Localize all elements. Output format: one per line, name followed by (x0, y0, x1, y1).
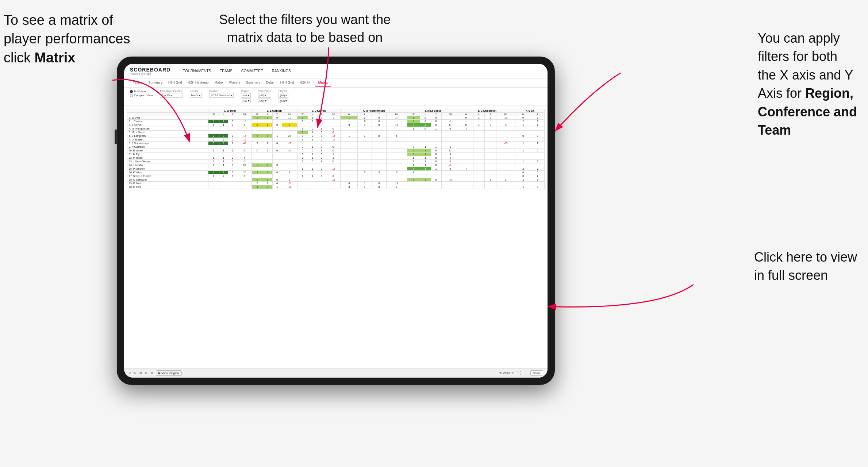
share-label: Share (533, 371, 541, 375)
table-row: 6. C Lamprecht 200-16 24124 300-16 1106 … (127, 134, 545, 138)
table-row: 19. D Ford 020-20 01013 (127, 182, 545, 185)
table-row: 7. G Sargent 220-15 110-15 (127, 138, 545, 142)
sub-w1: W (208, 113, 219, 116)
table-row: 12. M Riedel 110-6 1101 110-6 (127, 156, 545, 160)
compact-view-label: Compact View (134, 94, 153, 97)
tab-summary2[interactable]: Summary (243, 78, 263, 87)
settings-icon[interactable]: ⚙ (150, 371, 153, 375)
sub-tabs: Teams Summary H2H Grid H2H Heatmap Matri… (124, 78, 548, 88)
tablet-screen: SCOREBOARD Powered by clippd TOURNAMENTS… (124, 64, 548, 378)
tab-h2h-heatmap[interactable]: H2H Heatmap (185, 78, 212, 87)
undo-icon[interactable]: ↺ (128, 371, 131, 375)
tab-matrix[interactable]: Matrix (212, 78, 227, 87)
bottom-bar-left: ↺ ↻ ⊞ ⊕ ⚙ ▶ View: Original (128, 370, 182, 376)
max-players-chevron: ▾ (170, 94, 172, 97)
view-options: Full View Compact View (130, 90, 153, 97)
filter-gender: Gender Men's ▾ (190, 90, 202, 98)
tab-summary[interactable]: Summary (146, 78, 166, 87)
tab-h2h-h[interactable]: H2H H... (297, 78, 315, 87)
conference-value1: (All) (260, 94, 264, 97)
bottom-bar: ↺ ↻ ⊞ ⊕ ⚙ ▶ View: Original 👁 Watch ▾ ⛶ ⋯… (124, 368, 548, 378)
tablet-side-button (115, 130, 118, 144)
nav-committee[interactable]: COMMITTEE (240, 68, 265, 74)
fullscreen-icon[interactable]: ⛶ (516, 371, 521, 376)
reset-icon[interactable]: ⊞ (139, 371, 142, 375)
col-header-4: 4. M Thorbjornsen (341, 109, 407, 113)
table-row: 5. M La Sasso 1106 (127, 131, 545, 134)
col-header-6: 6. C Lamprecht (459, 109, 515, 113)
players-value2: (All) (280, 99, 285, 103)
table-row: 14. J Lundin 11010 110 110-7 (127, 163, 545, 167)
players-select2[interactable]: (All) ▾ (279, 99, 288, 103)
nav-teams[interactable]: TEAMS (218, 68, 234, 74)
zoom-icon[interactable]: ⊕ (145, 371, 147, 375)
players-value1: (All) (280, 94, 285, 97)
annotation-bottom-right: Click here to viewin full screen (754, 248, 857, 285)
region-select2[interactable]: N/A ▾ (241, 99, 251, 103)
share-icon[interactable]: ⋯ (524, 371, 527, 375)
col-header-5: 5. M La Sasso (407, 109, 459, 113)
col-header-3: 3. J Koivun (297, 109, 341, 113)
tab-detail[interactable]: Detail (263, 78, 277, 87)
region-label: Region (241, 90, 251, 92)
tab-players[interactable]: Players (226, 78, 243, 87)
tab-matrix-active[interactable]: Matrix (315, 78, 331, 87)
players-select1[interactable]: (All) ▾ (279, 93, 288, 98)
division-value: NCAA Division I (211, 94, 230, 97)
max-players-label: Max players in view (160, 90, 182, 92)
nav-rankings[interactable]: RANKINGS (270, 68, 292, 74)
gender-select[interactable]: Men's ▾ (190, 93, 202, 98)
table-row: 13. J Skov Olesen 110-3 1010 220-1 13 (127, 160, 545, 163)
col-header-7: 7. G Sa (515, 109, 545, 113)
view-original-button[interactable]: ▶ View: Original (156, 370, 182, 376)
max-players-select[interactable]: Top 25 ▾ (160, 93, 182, 98)
tab-h2h-grid[interactable]: H2H Grid (165, 78, 185, 87)
table-row: 8. P Summerhays 521-48 220-16 -13 12 (127, 142, 545, 145)
col-header-1: 1. W Ding (208, 109, 251, 113)
filter-players: Players (All) ▾ (All) ▾ (279, 90, 288, 103)
full-view-radio[interactable]: Full View (130, 90, 153, 93)
table-row: 15. P Maichon 110-19 4110 -7 22 (127, 167, 545, 171)
players-label: Players (279, 90, 288, 92)
sub-w2: W (251, 113, 263, 116)
col-header-2: 2. L Clanton (251, 109, 297, 113)
division-select[interactable]: NCAA Division I ▾ (209, 93, 234, 98)
view-original-label: View: Original (161, 371, 179, 375)
compact-view-dot (130, 94, 133, 97)
annotation-top-left: To see a matrix of player performances c… (4, 11, 130, 67)
table-row: 17. S De La Fuente 1200 1100 02 (127, 174, 545, 178)
watch-button[interactable]: 👁 Watch ▾ (499, 371, 514, 375)
redo-icon[interactable]: ↻ (134, 371, 137, 375)
full-view-label: Full View (134, 90, 146, 93)
view-icon: ▶ (158, 371, 161, 375)
scoreboard-logo: SCOREBOARD Powered by clippd (130, 67, 170, 75)
conference-select1[interactable]: (All) ▾ (258, 93, 271, 98)
filter-max-players: Max players in view Top 25 ▾ (160, 90, 182, 98)
conference-select2[interactable]: (All) ▾ (258, 99, 271, 103)
share-button[interactable]: Share (530, 370, 543, 376)
table-row: 3. J Koivun 1102 0102 01013 04011 0103 1… (127, 123, 545, 127)
filter-region: Region N/A ▾ N/A ▾ (241, 90, 251, 103)
max-players-value: Top 25 (161, 94, 170, 97)
table-row: 2. L Clanton 210-16 110 100 100-6 22 (127, 120, 545, 123)
compact-view-radio[interactable]: Compact View (130, 94, 153, 97)
division-chevron: ▾ (231, 94, 232, 97)
nav-tournaments[interactable]: TOURNAMENTS (181, 68, 212, 74)
region-select1[interactable]: N/A ▾ (241, 93, 251, 98)
annotation-top-right: You can applyfilters for boththe X axis … (758, 29, 857, 139)
matrix-table: 1. W Ding 2. L Clanton 3. J Koivun 4. M … (127, 109, 545, 189)
tab-teams[interactable]: Teams (130, 78, 146, 87)
filter-division: Division NCAA Division I ▾ (209, 90, 234, 98)
table-row: 16. K Vilips 210-25 2204 330 8 01 (127, 171, 545, 174)
tab-h2h-grid2[interactable]: H2H Grid (277, 78, 297, 87)
table-row: 4. M Thorbjornsen 1010 1010 -6 (127, 127, 545, 131)
table-row: 18. C Sherwood 1300 -15 220-10 31 10 (127, 178, 545, 182)
full-view-dot (130, 90, 133, 93)
table-row: 9. N Gabrelcik 0100 0111 (127, 145, 545, 149)
nav-items: TOURNAMENTS TEAMS COMMITTEE RANKINGS (181, 68, 292, 74)
table-row: 1. W Ding 12011 110-2 12017 100 01013 02 (127, 116, 545, 120)
filter-conference: Conference (All) ▾ (All) ▾ (258, 90, 271, 103)
powered-by: Powered by clippd (130, 73, 170, 75)
filter-row: Full View Compact View Max players in vi… (124, 88, 548, 106)
bottom-bar-right: 👁 Watch ▾ ⛶ ⋯ Share (499, 370, 543, 376)
